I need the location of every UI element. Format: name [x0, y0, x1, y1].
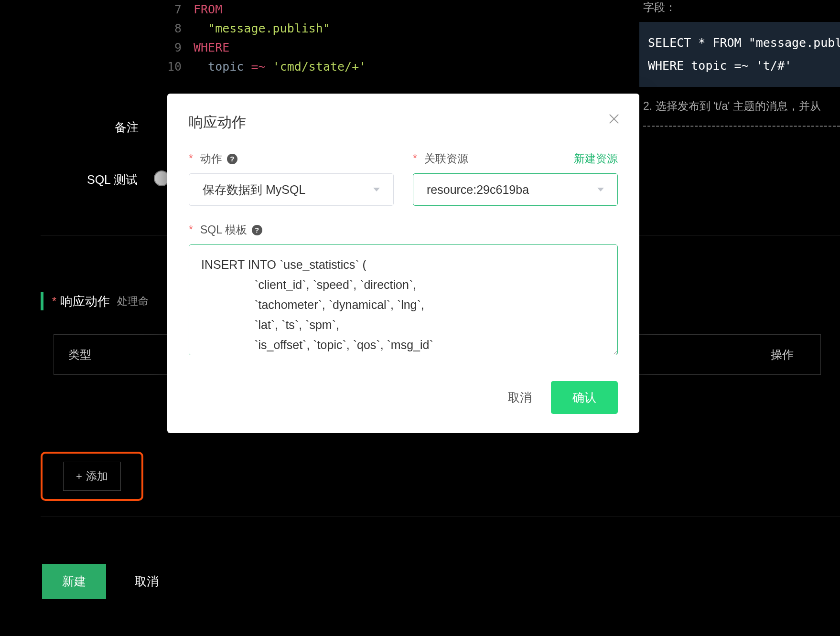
add-label: 添加 — [86, 469, 108, 484]
response-action-modal: 响应动作 * 动作 ? 保存数据到 MySQL * 关联资源 新 — [167, 94, 639, 433]
help-icon[interactable]: ? — [227, 154, 237, 164]
sql-template-label: * SQL 模板 ? — [189, 223, 262, 237]
new-resource-link[interactable]: 新建资源 — [574, 151, 618, 166]
resource-label: * 关联资源 — [413, 151, 468, 166]
example-desc: 2. 选择发布到 't/a' 主题的消息，并从 — [639, 99, 840, 114]
cancel-button[interactable]: 取消 — [135, 573, 159, 589]
sql-test-label: SQL 测试 — [87, 172, 138, 188]
resource-select[interactable]: resource:29c619ba — [413, 173, 618, 206]
example-code: SELECT * FROM "message.publi WHERE topic… — [639, 22, 840, 87]
modal-confirm-button[interactable]: 确认 — [551, 381, 618, 414]
chevron-down-icon — [373, 188, 380, 191]
plus-icon: + — [76, 470, 82, 483]
action-label: * 动作 ? — [189, 151, 237, 166]
sql-code-editor[interactable]: 7FROM 8 "message.publish" 9WHERE 10 topi… — [162, 0, 366, 76]
section-title: 响应动作 — [60, 293, 110, 310]
remark-label: 备注 — [115, 119, 139, 135]
modal-cancel-button[interactable]: 取消 — [508, 390, 532, 405]
action-select[interactable]: 保存数据到 MySQL — [189, 173, 394, 206]
modal-title: 响应动作 — [189, 113, 618, 132]
field-label: 字段： — [639, 0, 840, 15]
add-button-highlight: + 添加 — [41, 452, 143, 501]
col-ops: 操作 — [758, 347, 806, 362]
page-footer-buttons: 新建 取消 — [42, 564, 159, 599]
add-action-button[interactable]: + 添加 — [63, 462, 121, 491]
response-action-section: * 响应动作 处理命 — [41, 292, 149, 310]
help-panel: 字段： SELECT * FROM "message.publi WHERE t… — [639, 0, 840, 127]
chevron-down-icon — [597, 188, 604, 191]
create-button[interactable]: 新建 — [42, 564, 106, 599]
section-subtitle: 处理命 — [117, 294, 149, 308]
help-icon[interactable]: ? — [252, 225, 262, 235]
close-icon[interactable] — [608, 113, 620, 125]
sql-template-textarea[interactable] — [189, 244, 618, 355]
